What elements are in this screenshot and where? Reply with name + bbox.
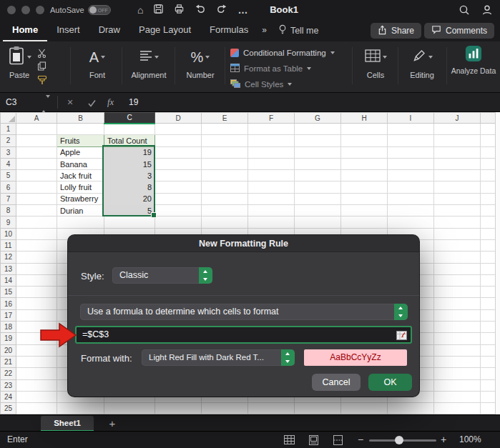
cell-overflow-19[interactable] <box>481 333 496 344</box>
close-window-button[interactable] <box>7 6 16 14</box>
row-header-3[interactable]: 3 <box>1 146 16 158</box>
cell-H3[interactable] <box>341 146 388 158</box>
cell-J6[interactable] <box>434 181 481 193</box>
cell-J9[interactable] <box>434 216 481 228</box>
cell-C4[interactable]: 15 <box>104 158 155 169</box>
cell-overflow-8[interactable] <box>481 205 496 216</box>
cell-A2[interactable] <box>16 135 57 146</box>
cell-overflow-1[interactable] <box>481 124 496 135</box>
cell-A4[interactable] <box>16 158 57 169</box>
cells-group-button[interactable]: Cells <box>356 45 395 79</box>
cell-G25[interactable] <box>295 403 341 414</box>
row-header-24[interactable]: 24 <box>1 391 16 402</box>
row-header-21[interactable]: 21 <box>1 356 16 367</box>
style-dropdown[interactable]: Classic <box>112 267 212 284</box>
cell-A23[interactable] <box>16 379 57 391</box>
cell-E6[interactable] <box>202 181 248 193</box>
cell-B4[interactable]: Banana <box>57 158 104 169</box>
cell-D6[interactable] <box>155 181 202 193</box>
cell-overflow-24[interactable] <box>481 391 496 402</box>
cell-I3[interactable] <box>388 146 434 158</box>
cell-C2[interactable]: Total Count <box>104 135 155 146</box>
cell-D9[interactable] <box>155 216 202 228</box>
col-header-I[interactable]: I <box>388 113 434 124</box>
cell-J13[interactable] <box>434 263 481 274</box>
cell-A12[interactable] <box>16 252 57 263</box>
cell-G6[interactable] <box>295 181 341 193</box>
cell-B2[interactable]: Fruits <box>57 135 104 146</box>
cell-H5[interactable] <box>341 170 388 181</box>
row-header-17[interactable]: 17 <box>1 309 16 321</box>
cell-A7[interactable] <box>16 193 57 204</box>
cell-A17[interactable] <box>16 309 57 321</box>
insert-function-icon[interactable]: fx <box>107 93 114 111</box>
comments-button[interactable]: Comments <box>424 23 494 39</box>
cell-A21[interactable] <box>16 356 57 367</box>
cell-E1[interactable] <box>202 124 248 135</box>
cell-overflow-20[interactable] <box>481 344 496 356</box>
cell-overflow-17[interactable] <box>481 309 496 321</box>
cell-B8[interactable]: Durian <box>57 205 104 216</box>
cell-J15[interactable] <box>434 287 481 298</box>
cell-A14[interactable] <box>16 274 57 286</box>
cell-H6[interactable] <box>341 181 388 193</box>
format-painter-icon[interactable] <box>37 75 47 88</box>
zoom-out-button[interactable]: − <box>358 432 363 448</box>
cell-D7[interactable] <box>155 193 202 204</box>
cell-J14[interactable] <box>434 274 481 286</box>
cell-I2[interactable] <box>388 135 434 146</box>
cell-E2[interactable] <box>202 135 248 146</box>
cell-overflow-14[interactable] <box>481 274 496 286</box>
row-header-7[interactable]: 7 <box>1 193 16 204</box>
row-header-22[interactable]: 22 <box>1 368 16 379</box>
row-header-2[interactable]: 2 <box>1 135 16 146</box>
cell-G7[interactable] <box>295 193 341 204</box>
add-sheet-button[interactable]: + <box>104 415 120 432</box>
cell-D25[interactable] <box>155 403 202 414</box>
col-header-B[interactable]: B <box>57 113 104 124</box>
page-break-view-icon[interactable] <box>333 435 343 447</box>
row-header-13[interactable]: 13 <box>1 263 16 274</box>
row-header-25[interactable]: 25 <box>1 403 16 414</box>
cell-E8[interactable] <box>202 205 248 216</box>
cell-J22[interactable] <box>434 368 481 379</box>
col-header-H[interactable]: H <box>341 113 388 124</box>
redo-icon[interactable] <box>216 3 227 17</box>
cell-A6[interactable] <box>16 181 57 193</box>
name-box-stepper[interactable] <box>41 98 50 111</box>
cell-J20[interactable] <box>434 344 481 356</box>
cell-overflow-10[interactable] <box>481 228 496 239</box>
cell-B25[interactable] <box>57 403 104 414</box>
page-layout-view-icon[interactable] <box>309 435 318 447</box>
cell-C1[interactable] <box>104 124 155 135</box>
save-icon[interactable] <box>153 4 164 17</box>
alignment-group-button[interactable]: Alignment <box>126 45 172 79</box>
cell-J19[interactable] <box>434 333 481 344</box>
cell-A16[interactable] <box>16 298 57 309</box>
cell-G2[interactable] <box>295 135 341 146</box>
cell-A5[interactable] <box>16 170 57 181</box>
tab-home[interactable]: Home <box>3 20 47 41</box>
cell-J18[interactable] <box>434 322 481 333</box>
cell-A15[interactable] <box>16 287 57 298</box>
cell-D1[interactable] <box>155 124 202 135</box>
cell-overflow-18[interactable] <box>481 322 496 333</box>
conditional-formatting-button[interactable]: Conditional Formatting <box>230 46 335 60</box>
tab-page-layout[interactable]: Page Layout <box>129 20 200 41</box>
row-header-23[interactable]: 23 <box>1 379 16 391</box>
tab-formulas[interactable]: Formulas <box>200 20 258 41</box>
row-header-6[interactable]: 6 <box>1 181 16 193</box>
tab-draw[interactable]: Draw <box>89 20 129 41</box>
cell-D4[interactable] <box>155 158 202 169</box>
cell-H4[interactable] <box>341 158 388 169</box>
cell-J21[interactable] <box>434 356 481 367</box>
cell-J10[interactable] <box>434 228 481 239</box>
row-header-18[interactable]: 18 <box>1 322 16 333</box>
collapse-dialog-icon[interactable] <box>396 330 407 345</box>
rule-type-dropdown[interactable]: Use a formula to determine which cells t… <box>80 304 408 320</box>
account-icon[interactable] <box>481 4 493 19</box>
cell-C5[interactable]: 3 <box>104 170 155 181</box>
col-header-A[interactable]: A <box>16 113 57 124</box>
cell-E9[interactable] <box>202 216 248 228</box>
cell-G4[interactable] <box>295 158 341 169</box>
